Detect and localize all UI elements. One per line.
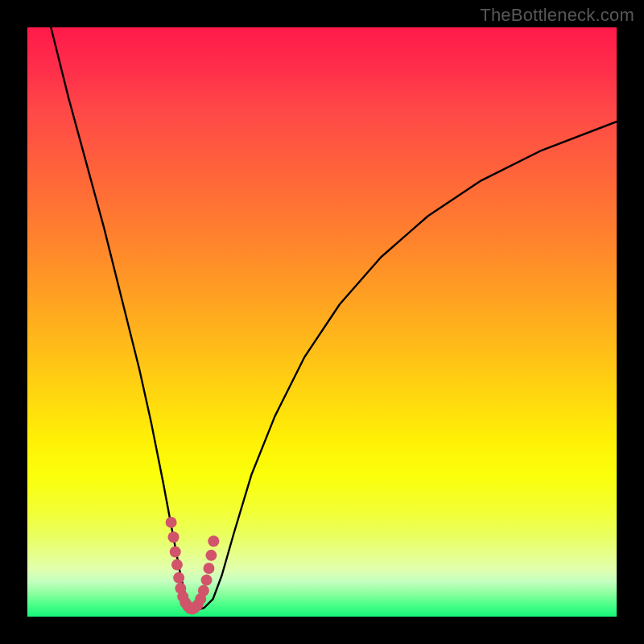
trough-marker xyxy=(203,563,214,574)
trough-marker xyxy=(173,572,184,584)
bottleneck-curve xyxy=(51,27,617,609)
chart-svg xyxy=(27,27,617,617)
chart-frame: TheBottleneck.com xyxy=(0,0,644,644)
trough-marker xyxy=(171,559,183,571)
trough-marker xyxy=(166,517,177,528)
trough-marker xyxy=(170,546,181,557)
trough-marker xyxy=(208,535,219,547)
plot-area xyxy=(27,27,617,617)
trough-marker xyxy=(198,585,209,597)
watermark-text: TheBottleneck.com xyxy=(480,5,634,26)
series-lines xyxy=(51,27,617,609)
trough-marker xyxy=(201,575,213,586)
trough-marker xyxy=(205,550,217,561)
trough-marker xyxy=(168,531,180,543)
